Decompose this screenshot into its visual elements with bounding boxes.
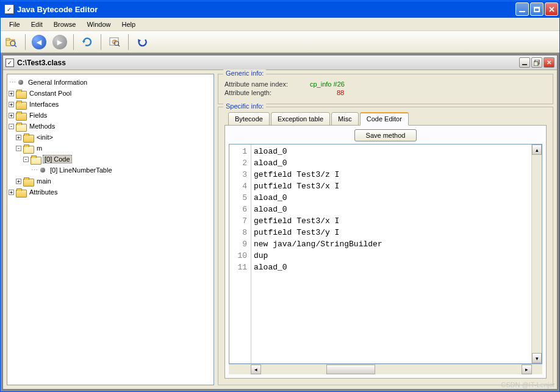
separator bbox=[128, 34, 129, 50]
undo-icon[interactable] bbox=[134, 34, 151, 51]
scroll-track[interactable] bbox=[532, 155, 542, 353]
scroll-thumb[interactable] bbox=[326, 365, 375, 374]
attr-name-index-value: cp_info #26 bbox=[310, 80, 345, 88]
specific-legend: Specific info: bbox=[223, 102, 266, 110]
tab-bytecode[interactable]: Bytecode bbox=[228, 112, 270, 126]
document-titlebar[interactable]: ✓ C:\Test3.class ✕ bbox=[3, 55, 557, 70]
tree-general-info[interactable]: General Information bbox=[27, 79, 88, 86]
tabs: Bytecode Exception table Misc Code Edito… bbox=[224, 112, 547, 126]
expand-icon[interactable]: + bbox=[16, 179, 21, 184]
attr-length-value: 88 bbox=[337, 89, 344, 96]
generic-info-panel: Generic info: Attribute name index: cp_i… bbox=[218, 74, 553, 104]
toolbar: ◄ ► @ bbox=[1, 31, 559, 53]
scroll-right-icon[interactable]: ▸ bbox=[522, 365, 532, 374]
tree-methods[interactable]: Methods bbox=[28, 123, 56, 130]
folder-icon bbox=[23, 134, 33, 141]
titlebar[interactable]: ✓ Java Bytecode Editor ✕ bbox=[1, 1, 559, 18]
folder-search-icon[interactable] bbox=[3, 34, 20, 51]
nav-forward-icon[interactable]: ► bbox=[51, 34, 68, 51]
refresh-icon[interactable] bbox=[79, 34, 96, 51]
app-title: Java Bytecode Editor bbox=[17, 5, 515, 14]
folder-icon bbox=[23, 177, 33, 185]
tree-main[interactable]: main bbox=[35, 177, 52, 185]
doc-close-button[interactable]: ✕ bbox=[544, 57, 555, 68]
inspect-icon[interactable]: @ bbox=[106, 34, 123, 51]
code-text[interactable]: aload_0aload_0getfield Test3/z Iputfield… bbox=[251, 144, 531, 363]
tree-lnt[interactable]: [0] LineNumberTable bbox=[49, 166, 113, 174]
watermark: CSDN @IT-Lenjor bbox=[501, 381, 555, 388]
menu-file[interactable]: File bbox=[4, 20, 25, 29]
tree-m[interactable]: m bbox=[35, 144, 43, 152]
tab-content: Save method 1234567891011 aload_0aload_0… bbox=[224, 125, 547, 379]
minimize-button[interactable] bbox=[515, 2, 529, 16]
expand-icon[interactable]: + bbox=[9, 102, 14, 107]
bullet-icon bbox=[18, 80, 23, 85]
scroll-up-icon[interactable]: ▴ bbox=[532, 144, 542, 155]
menu-browse[interactable]: Browse bbox=[49, 20, 81, 29]
separator bbox=[101, 34, 101, 50]
folder-open-icon bbox=[16, 123, 26, 130]
svg-rect-1 bbox=[6, 38, 10, 40]
tree-constant-pool[interactable]: Constant Pool bbox=[28, 90, 73, 97]
scroll-down-icon[interactable]: ▾ bbox=[532, 353, 542, 363]
expand-icon[interactable]: + bbox=[9, 190, 14, 195]
line-gutter: 1234567891011 bbox=[229, 144, 251, 363]
scroll-left-icon[interactable]: ◂ bbox=[251, 365, 261, 374]
specific-info-panel: Specific info: Bytecode Exception table … bbox=[218, 107, 553, 385]
doc-restore-button[interactable] bbox=[531, 57, 542, 68]
tree-fields[interactable]: Fields bbox=[28, 112, 48, 119]
folder-icon bbox=[16, 90, 26, 98]
expand-icon[interactable]: + bbox=[9, 113, 14, 118]
collapse-icon[interactable]: - bbox=[23, 157, 29, 162]
folder-open-icon bbox=[23, 144, 33, 152]
folder-icon bbox=[16, 188, 26, 196]
document-title: C:\Test3.class bbox=[17, 59, 519, 67]
collapse-icon[interactable]: - bbox=[16, 146, 21, 151]
folder-icon bbox=[16, 101, 26, 109]
nav-back-icon[interactable]: ◄ bbox=[31, 34, 48, 51]
mdi-area: ✓ C:\Test3.class ✕ ⋯General Information … bbox=[1, 53, 559, 391]
maximize-button[interactable] bbox=[530, 2, 544, 16]
tree-init[interactable]: <init> bbox=[35, 134, 54, 141]
tree-interfaces[interactable]: Interfaces bbox=[28, 101, 60, 108]
doc-minimize-button[interactable] bbox=[519, 57, 530, 68]
menu-window[interactable]: Window bbox=[82, 20, 115, 29]
close-button[interactable]: ✕ bbox=[545, 2, 558, 16]
tab-misc[interactable]: Misc bbox=[331, 112, 359, 126]
attr-length-label: Attribute length: bbox=[224, 89, 310, 96]
tree-attributes[interactable]: Attributes bbox=[28, 188, 59, 196]
tab-code-editor[interactable]: Code Editor bbox=[360, 112, 409, 126]
tab-exception-table[interactable]: Exception table bbox=[271, 112, 330, 126]
menu-edit[interactable]: Edit bbox=[26, 20, 48, 29]
app-window: ✓ Java Bytecode Editor ✕ File Edit Brows… bbox=[0, 0, 560, 392]
separator bbox=[73, 34, 74, 50]
folder-icon bbox=[16, 112, 26, 119]
svg-line-8 bbox=[118, 45, 120, 46]
svg-line-3 bbox=[15, 45, 16, 47]
expand-icon[interactable]: + bbox=[16, 135, 21, 140]
tree-panel[interactable]: ⋯General Information +Constant Pool +Int… bbox=[7, 74, 214, 385]
svg-rect-11 bbox=[534, 62, 538, 66]
expand-icon[interactable]: + bbox=[9, 91, 14, 96]
document-window: ✓ C:\Test3.class ✕ ⋯General Information … bbox=[2, 55, 558, 390]
attr-name-index-label: Attribute name index: bbox=[224, 80, 310, 88]
separator bbox=[25, 34, 26, 50]
menubar: File Edit Browse Window Help bbox=[1, 18, 559, 31]
scroll-track[interactable] bbox=[261, 365, 522, 374]
menu-help[interactable]: Help bbox=[117, 20, 141, 29]
horizontal-scrollbar[interactable]: ◂ ▸ bbox=[229, 364, 542, 374]
vertical-scrollbar[interactable]: ▴ ▾ bbox=[531, 144, 542, 363]
folder-open-icon bbox=[31, 155, 40, 163]
generic-legend: Generic info: bbox=[223, 69, 266, 77]
document-icon: ✓ bbox=[5, 59, 14, 67]
document-content: ⋯General Information +Constant Pool +Int… bbox=[3, 70, 557, 389]
tree-code[interactable]: [0] Code bbox=[43, 155, 72, 163]
right-panel: Generic info: Attribute name index: cp_i… bbox=[218, 74, 553, 385]
code-editor[interactable]: 1234567891011 aload_0aload_0getfield Tes… bbox=[229, 144, 542, 364]
bullet-icon bbox=[40, 168, 45, 173]
save-method-button[interactable]: Save method bbox=[354, 129, 417, 141]
collapse-icon[interactable]: - bbox=[9, 124, 14, 129]
app-icon: ✓ bbox=[4, 4, 14, 14]
